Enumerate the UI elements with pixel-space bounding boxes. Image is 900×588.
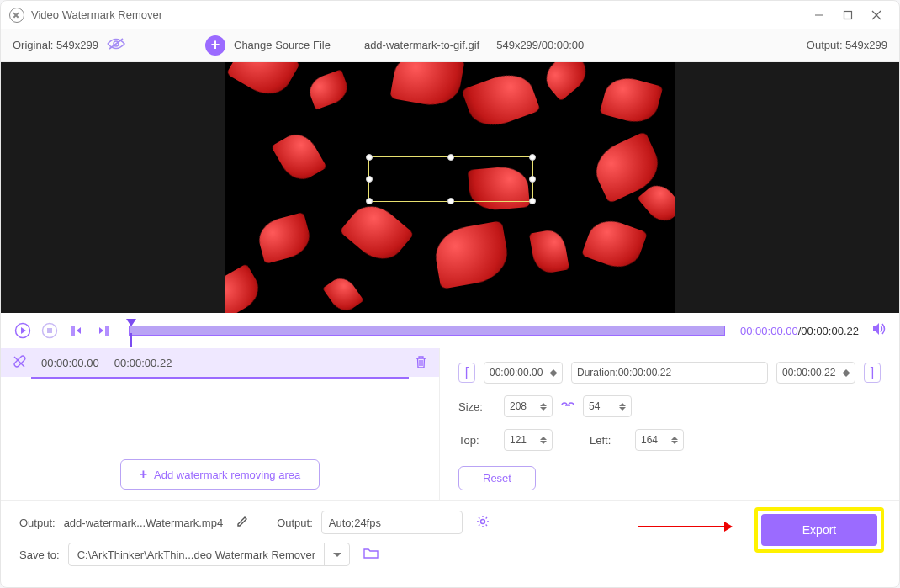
segment-row[interactable]: 00:00:00.00 00:00:00.22 [1, 348, 439, 377]
annotation-arrow [638, 526, 731, 527]
link-aspect-icon[interactable] [561, 400, 574, 413]
main-window: Video Watermark Remover Original: 549x29… [0, 0, 900, 588]
stop-button[interactable] [40, 320, 60, 341]
export-button[interactable]: Export [761, 514, 877, 546]
bottom-bar: Output: add-watermark...Watermark.mp4 Ou… [1, 500, 899, 583]
preview-eye-icon[interactable] [107, 37, 125, 53]
save-to-label: Save to: [19, 548, 60, 561]
svg-rect-1 [844, 11, 852, 19]
frame-back-button[interactable] [66, 320, 87, 341]
set-in-point-button[interactable]: [ [458, 363, 475, 383]
reset-button[interactable]: Reset [458, 466, 536, 490]
in-time-input[interactable]: 00:00:00.00 [484, 362, 563, 384]
minimize-button[interactable] [805, 1, 834, 29]
source-filename: add-watermark-to-gif.gif [364, 39, 479, 51]
left-input[interactable]: 164 [635, 429, 684, 451]
plus-icon: + [140, 467, 147, 482]
output-filename-text: add-watermark...Watermark.mp4 [64, 516, 224, 529]
left-label: Left: [590, 434, 627, 447]
segment-start-time: 00:00:00.00 [41, 357, 99, 369]
svg-rect-8 [47, 328, 52, 333]
properties-panel: [ 00:00:00.00 Duration:00:00:00.22 00:00… [440, 348, 899, 500]
playback-controls: 00:00:00.00/00:00:00.22 [1, 313, 899, 348]
segment-brush-icon [13, 355, 26, 371]
duration-input[interactable]: Duration:00:00:00.22 [571, 362, 768, 384]
top-toolbar: Original: 549x299 + Change Source File a… [1, 29, 899, 62]
titlebar: Video Watermark Remover [1, 1, 899, 29]
output-format-label: Output: [277, 516, 313, 529]
play-button[interactable] [13, 320, 33, 341]
edit-output-name-icon[interactable] [236, 516, 248, 530]
change-source-label[interactable]: Change Source File [234, 39, 331, 51]
delete-segment-button[interactable] [415, 355, 427, 371]
output-file-label: Output: [19, 516, 56, 529]
output-dimensions-label: Output: 549x299 [807, 39, 887, 51]
add-watermark-area-button[interactable]: +Add watermark removing area [120, 459, 320, 490]
size-label: Size: [458, 400, 495, 413]
video-canvas [225, 62, 675, 313]
width-input[interactable]: 208 [504, 395, 553, 417]
top-input[interactable]: 121 [504, 429, 553, 451]
source-dims-time: 549x299/00:00:00 [496, 39, 584, 51]
out-time-input[interactable]: 00:00:00.22 [776, 362, 855, 384]
timeline-track[interactable] [129, 323, 725, 338]
video-preview[interactable] [1, 62, 899, 313]
window-title: Video Watermark Remover [31, 8, 162, 21]
maximize-button[interactable] [834, 1, 862, 29]
add-source-button[interactable]: + [205, 35, 225, 56]
set-out-point-button[interactable]: ] [864, 363, 881, 383]
watermark-selection-box[interactable] [368, 156, 533, 202]
svg-point-10 [480, 519, 484, 523]
segment-end-time: 00:00:00.22 [114, 357, 172, 369]
save-path-dropdown[interactable]: C:\ArkThinker\ArkThin...deo Watermark Re… [68, 543, 350, 566]
spinner-down-icon[interactable] [550, 373, 557, 377]
volume-icon[interactable] [872, 322, 887, 339]
timecode-display: 00:00:00.00/00:00:00.22 [740, 325, 859, 337]
app-logo-icon [9, 8, 24, 23]
spinner-up-icon[interactable] [550, 369, 557, 373]
segments-panel: 00:00:00.00 00:00:00.22 +Add watermark r… [1, 348, 440, 500]
timeline-playhead[interactable] [126, 319, 136, 326]
top-label: Top: [458, 434, 495, 447]
frame-forward-button[interactable] [93, 320, 114, 341]
close-button[interactable] [862, 1, 891, 29]
output-format-input[interactable]: Auto;24fps [321, 511, 463, 534]
output-settings-icon[interactable] [476, 515, 490, 531]
height-input[interactable]: 54 [583, 395, 632, 417]
original-dimensions-label: Original: 549x299 [13, 39, 98, 51]
chevron-down-icon[interactable] [324, 543, 349, 565]
open-folder-icon[interactable] [363, 547, 379, 562]
export-highlight: Export [754, 507, 884, 553]
